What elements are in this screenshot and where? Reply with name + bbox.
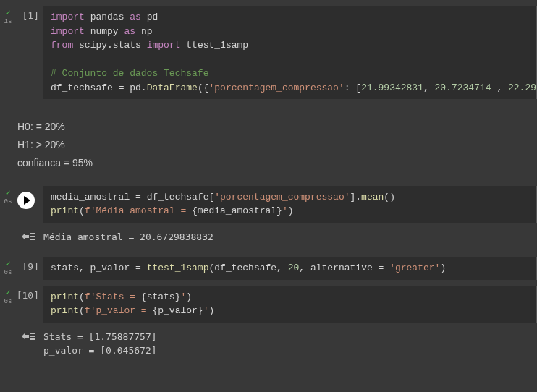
mod: numpy <box>90 26 119 37</box>
output-line: p_valor = [0.045672] <box>43 345 157 356</box>
alias: pd <box>147 12 158 22</box>
code: 'porcentagem_compressao' <box>208 82 344 93</box>
code-editor[interactable]: import pandas as pd import numpy as np f… <box>43 6 537 99</box>
hypothesis-h1: H1: > 20% <box>17 136 530 154</box>
hypothesis-h0: H0: = 20% <box>17 118 530 136</box>
code: () <box>384 192 395 203</box>
cell-status: ✓ 0s <box>0 286 16 306</box>
runtime-label: 0s <box>4 269 12 276</box>
run-button[interactable] <box>17 192 35 209</box>
code: , <box>423 82 435 93</box>
alias: np <box>141 26 153 37</box>
kw: import <box>51 26 85 37</box>
code: : [ <box>344 82 361 93</box>
kw: import <box>51 12 85 22</box>
code: 20 <box>288 263 300 273</box>
code-cell-4: ✓ 0s [10] print(f'Stats = {stats}') prin… <box>0 286 537 365</box>
exec-count: [1] <box>16 6 43 21</box>
code-editor[interactable]: stats, p_valor = ttest_1samp(df_techsafe… <box>43 257 537 280</box>
output-toggle-icon[interactable] <box>0 330 43 341</box>
code-cell-1: ✓ 1s [1] import pandas as pd import nump… <box>0 6 537 99</box>
code: ]. <box>350 192 362 203</box>
code-cell-2: ✓ 0s media_amostral = df_techsafe['porce… <box>0 186 537 252</box>
code: ({ <box>198 82 209 93</box>
code-editor[interactable]: print(f'Stats = {stats}') print(f'p_valo… <box>43 286 537 323</box>
code: {stats} <box>141 291 181 302</box>
code: ) <box>440 263 446 273</box>
code: ) <box>186 291 192 302</box>
kw: import <box>147 40 181 51</box>
code: ( <box>79 305 85 316</box>
cell-output: Stats = [1.75887757] p_valor = [0.045672… <box>0 325 537 365</box>
play-icon <box>24 196 30 205</box>
code: f'Stats = <box>85 291 141 302</box>
code: = <box>135 192 141 203</box>
output-line: Stats = [1.75887757] <box>43 331 157 342</box>
code: print <box>51 305 79 316</box>
cell-status: ✓ 0s <box>0 257 16 277</box>
cell-status: ✓ 1s <box>0 6 16 26</box>
code-cell-3: ✓ 0s [9] stats, p_valor = ttest_1samp(df… <box>0 257 537 280</box>
runtime-label: 0s <box>4 198 12 205</box>
runtime-label: 0s <box>4 298 12 305</box>
name: ttest_1samp <box>186 40 248 51</box>
code: {media_amostral} <box>192 205 282 216</box>
comment: # Conjunto de dados Techsafe <box>51 68 208 79</box>
markdown-cell[interactable]: H0: = 20% H1: > 20% confianca = 95% <box>0 114 537 177</box>
code <box>141 263 147 273</box>
code: media_amostral <box>51 192 135 203</box>
code: , <box>491 82 508 93</box>
code: 21.99342831 <box>361 82 423 93</box>
code: stats, p_valor <box>51 263 135 273</box>
code <box>384 263 389 273</box>
notebook: ✓ 1s [1] import pandas as pd import nump… <box>0 0 537 365</box>
mod: pandas <box>90 12 124 22</box>
exec-count: [10] <box>16 286 43 301</box>
code: df_techsafe <box>51 82 119 93</box>
check-icon: ✓ <box>0 189 16 198</box>
output-text: Stats = [1.75887757] p_valor = [0.045672… <box>43 330 157 358</box>
check-icon: ✓ <box>0 260 16 269</box>
output-toggle-icon[interactable] <box>0 230 43 242</box>
code: pd. <box>124 82 146 93</box>
code: 20.7234714 <box>435 82 491 93</box>
code: ' <box>282 205 288 216</box>
runtime-label: 1s <box>4 18 12 25</box>
check-icon: ✓ <box>0 9 16 18</box>
code: (df_techsafe, <box>208 263 287 273</box>
code: df_techsafe[ <box>141 192 214 203</box>
code: 'porcentagem_compressao' <box>214 192 350 203</box>
code: print <box>51 205 79 216</box>
exec-count: [9] <box>16 257 43 272</box>
exec-count <box>16 186 43 209</box>
code: 'greater' <box>389 263 440 273</box>
kw: from <box>51 40 73 51</box>
cell-status: ✓ 0s <box>0 186 16 206</box>
code: = <box>135 263 141 273</box>
mod: scipy.stats <box>79 40 141 51</box>
code: ) <box>288 205 294 216</box>
code: ( <box>79 291 85 302</box>
code: ( <box>79 205 85 216</box>
code: DataFrame <box>147 82 198 93</box>
code: print <box>51 291 79 302</box>
code: f'p_valor = <box>85 305 153 316</box>
code: , alternative <box>299 263 378 273</box>
check-icon: ✓ <box>0 289 16 298</box>
kw: as <box>130 12 141 22</box>
code: {p_valor} <box>152 305 203 316</box>
kw: as <box>124 26 135 37</box>
code: ttest_1samp <box>147 263 209 273</box>
code: ) <box>208 305 214 316</box>
code: f'Média amostral = <box>85 205 192 216</box>
output-text: Média amostral = 20.6729838832 <box>43 230 213 244</box>
code-editor[interactable]: media_amostral = df_techsafe['porcentage… <box>43 186 537 223</box>
cell-output: Média amostral = 20.6729838832 <box>0 226 537 252</box>
confidence-text: confianca = 95% <box>17 154 530 172</box>
code: mean <box>361 192 384 203</box>
code: 22.2953 <box>508 82 537 93</box>
